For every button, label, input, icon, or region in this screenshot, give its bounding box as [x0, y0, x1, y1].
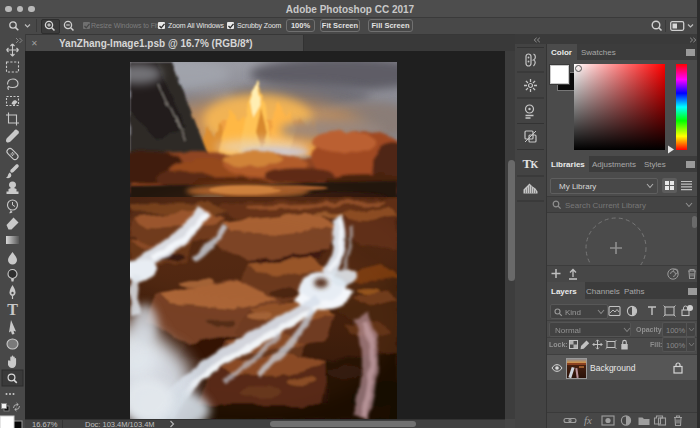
svg-text:T: T	[7, 301, 18, 318]
svg-text:K: K	[531, 159, 539, 170]
svg-text:fx: fx	[584, 414, 592, 426]
